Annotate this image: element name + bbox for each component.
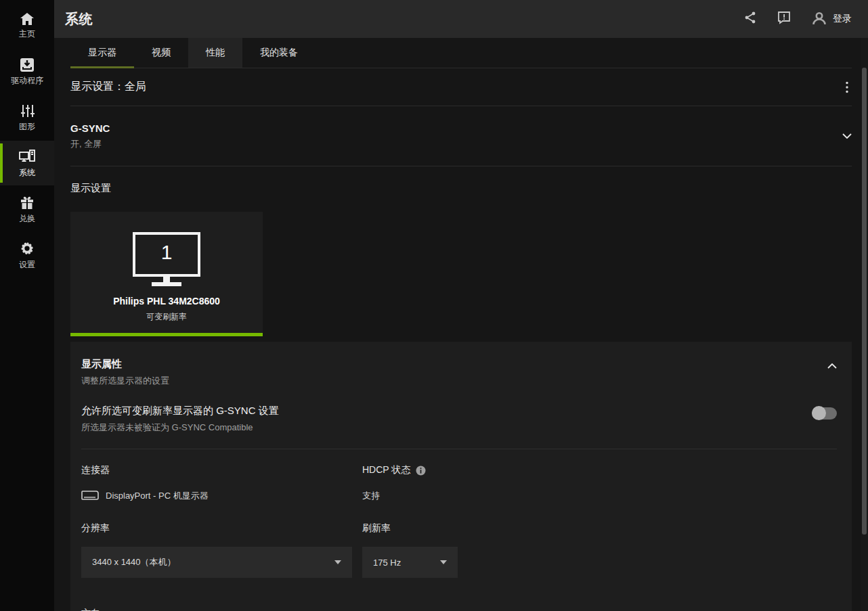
home-icon [20, 12, 35, 26]
tab-label: 显示器 [88, 47, 116, 59]
sidebar-item-label: 系统 [19, 168, 35, 177]
login-button[interactable]: 登录 [811, 10, 852, 28]
tab-label: 我的装备 [260, 47, 298, 59]
settings-gear-icon [20, 242, 35, 256]
tab-label: 视频 [152, 47, 171, 59]
monitor-icon: 1 [126, 232, 207, 288]
header: 系统 [54, 0, 868, 38]
toggle-knob [812, 406, 826, 420]
panel-header: 显示属性 调整所选显示器的设置 [81, 358, 837, 387]
tab-display[interactable]: 显示器 [70, 38, 134, 68]
hdcp-value: 支持 [362, 490, 837, 502]
panel-header-text: 显示属性 调整所选显示器的设置 [81, 358, 169, 387]
refresh-rate-field: 刷新率 175 Hz [362, 522, 837, 578]
gsync-override-subtitle: 所选显示器未被验证为 G-SYNC Compatible [81, 422, 279, 434]
feedback-icon [777, 11, 791, 27]
scrollbar-thumb[interactable] [862, 68, 867, 535]
sidebar-item-label: 兑换 [19, 214, 35, 223]
gsync-override-row: 允许所选可变刷新率显示器的 G-SYNC 设置 所选显示器未被验证为 G-SYN… [81, 405, 837, 434]
main-content: 显示器 视频 性能 我的装备 显示设置：全局 G-SYNC 开, 全屏 显示设置 [54, 38, 868, 611]
resolution-field: 分辨率 3440 x 1440（本机） [81, 522, 352, 578]
sidebar-item-label: 设置 [19, 261, 35, 269]
tab-my-rig[interactable]: 我的装备 [242, 38, 316, 68]
sidebar-item-label: 图形 [19, 122, 35, 131]
display-scope-row: 显示设置：全局 [70, 68, 852, 106]
gsync-override-text: 允许所选可变刷新率显示器的 G-SYNC 设置 所选显示器未被验证为 G-SYN… [81, 405, 279, 434]
hdcp-label: HDCP 状态 [362, 464, 410, 476]
resolution-label: 分辨率 [81, 522, 352, 535]
panel-divider [81, 449, 837, 449]
monitor-vrr-badge: 可变刷新率 [146, 311, 187, 323]
system-monitor-icon [19, 150, 35, 164]
display-properties-panel: 显示属性 调整所选显示器的设置 允许所选可变刷新率显示器的 G-SYNC 设置 … [70, 342, 852, 611]
tab-performance[interactable]: 性能 [188, 38, 242, 68]
feedback-button[interactable] [777, 11, 791, 27]
sidebar-item-home[interactable]: 主页 [0, 3, 54, 47]
hdcp-label-row: HDCP 状态 [362, 464, 837, 476]
graphics-sliders-icon [20, 104, 35, 118]
chevron-up-icon [827, 363, 837, 369]
gsync-section-row[interactable]: G-SYNC 开, 全屏 [70, 106, 852, 166]
kebab-menu-icon [842, 81, 852, 94]
caret-down-icon [440, 560, 447, 564]
panel-title: 显示属性 [81, 358, 169, 371]
share-button[interactable] [743, 11, 757, 27]
header-actions: 登录 [743, 10, 852, 28]
gsync-text: G-SYNC 开, 全屏 [70, 122, 110, 150]
refresh-rate-dropdown[interactable]: 175 Hz [362, 547, 458, 578]
scrollbar-track[interactable] [861, 38, 868, 611]
orientation-label: 方向 [81, 608, 837, 611]
gsync-override-toggle[interactable] [812, 407, 837, 420]
redeem-gift-icon [20, 196, 35, 210]
chevron-down-icon [842, 133, 852, 139]
resolution-value: 3440 x 1440（本机） [92, 556, 176, 568]
driver-download-icon [20, 58, 35, 72]
gsync-status: 开, 全屏 [70, 138, 110, 150]
panel-subtitle: 调整所选显示器的设置 [81, 375, 169, 387]
sidebar-item-label: 主页 [19, 30, 35, 39]
connector-value-row: DisplayPort - PC 机显示器 [81, 490, 352, 502]
sidebar-item-settings[interactable]: 设置 [0, 233, 54, 277]
login-label: 登录 [833, 13, 852, 25]
display-fields: 连接器 DisplayPort - PC 机显示器 HDCP 状态 [81, 464, 837, 578]
more-options-button[interactable] [842, 81, 852, 94]
sidebar-item-drivers[interactable]: 驱动程序 [0, 49, 54, 93]
gsync-override-title: 允许所选可变刷新率显示器的 G-SYNC 设置 [81, 405, 279, 417]
gsync-title: G-SYNC [70, 122, 110, 134]
page-title: 系统 [65, 10, 93, 28]
avatar-icon [811, 10, 827, 28]
tab-video[interactable]: 视频 [134, 38, 188, 68]
display-scope-title: 显示设置：全局 [70, 80, 146, 94]
hdcp-field: HDCP 状态 支持 [362, 464, 837, 502]
tab-bar: 显示器 视频 性能 我的装备 [70, 38, 852, 68]
caret-down-icon [334, 560, 341, 564]
connector-value: DisplayPort - PC 机显示器 [106, 490, 209, 502]
sidebar-item-graphics[interactable]: 图形 [0, 95, 54, 139]
monitor-number: 1 [126, 241, 207, 264]
share-icon [743, 11, 757, 27]
monitor-card[interactable]: 1 Philips PHL 34M2C8600 可变刷新率 [70, 212, 263, 336]
connector-label: 连接器 [81, 464, 352, 476]
sidebar-item-label: 驱动程序 [11, 76, 43, 85]
sidebar: 主页 驱动程序 图形 系统 [0, 0, 54, 611]
refresh-rate-value: 175 Hz [373, 558, 401, 568]
gsync-expand-button[interactable] [842, 133, 852, 139]
resolution-dropdown[interactable]: 3440 x 1440（本机） [81, 547, 352, 578]
sidebar-item-redeem[interactable]: 兑换 [0, 187, 54, 231]
hdcp-info-button[interactable] [416, 466, 426, 476]
panel-collapse-button[interactable] [827, 363, 837, 369]
monitor-name: Philips PHL 34M2C8600 [113, 296, 220, 307]
monitor-selected-indicator [70, 333, 263, 336]
displays-heading: 显示设置 [70, 182, 852, 195]
tab-label: 性能 [206, 47, 225, 59]
sidebar-item-system[interactable]: 系统 [0, 141, 54, 185]
connector-field: 连接器 DisplayPort - PC 机显示器 [81, 464, 352, 502]
displayport-icon [81, 491, 99, 502]
info-icon [416, 466, 426, 476]
refresh-rate-label: 刷新率 [362, 522, 837, 535]
